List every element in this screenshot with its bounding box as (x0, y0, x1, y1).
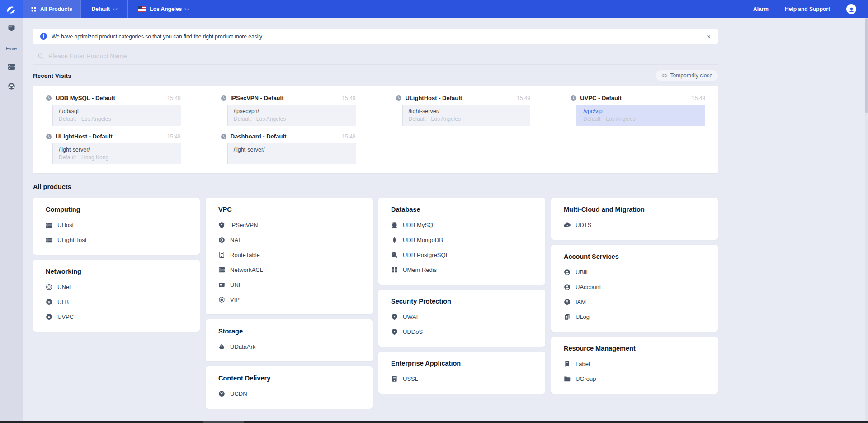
alarm-link[interactable]: Alarm (753, 6, 769, 12)
product-item[interactable]: UDDoS (391, 324, 533, 339)
close-icon[interactable]: × (707, 33, 711, 40)
product-label: ULB (57, 299, 69, 305)
product-label: ULightHost (57, 237, 86, 243)
temporarily-close-button[interactable]: Temporarily close (656, 70, 718, 81)
product-item[interactable]: UDB MongoDB (391, 233, 533, 247)
product-item[interactable]: Label (564, 356, 705, 371)
recent-visit-time: 15:49 (692, 95, 705, 101)
product-column: ComputingUHostULightHostNetworkingUNetUL… (33, 198, 200, 332)
route-table-icon (218, 252, 225, 258)
account-icon (564, 284, 571, 290)
product-item[interactable]: ULightHost (46, 233, 187, 247)
product-item[interactable]: UWAF (391, 309, 533, 324)
help-support-link[interactable]: Help and Support (785, 6, 830, 12)
recent-visit-detail[interactable]: /udb/sqlDefaultLos Angeles (52, 105, 181, 126)
nav-all-products[interactable]: All Products (23, 0, 80, 18)
search-input[interactable] (48, 52, 713, 60)
billing-icon (564, 269, 571, 276)
category-title: Database (391, 206, 533, 213)
product-label: UDataArk (230, 343, 255, 350)
product-item[interactable]: NAT (218, 233, 360, 247)
region-selector[interactable]: Los Angeles (128, 0, 198, 18)
recent-visit-card[interactable]: UVPC - Default15:49/vpc/vipDefaultLos An… (570, 95, 705, 126)
product-item[interactable]: UGroup (564, 371, 705, 386)
product-item[interactable]: UDB PostgreSQL (391, 247, 533, 262)
recent-visit-detail[interactable]: /light-server/DefaultHong Kong (52, 143, 181, 164)
product-item[interactable]: UDataArk (218, 339, 360, 354)
category-card: VPCIPSecVPNNATRouteTableNetworkACLUNIVIP (206, 198, 373, 314)
product-item[interactable]: UNI (218, 277, 360, 292)
product-item[interactable]: UAccount (564, 280, 705, 295)
vpc-cloud-icon (46, 314, 52, 320)
vip-hexagon-icon (218, 296, 225, 303)
product-item[interactable]: UCDN (218, 386, 360, 401)
category-card: Enterprise ApplicationUSSL (378, 352, 545, 394)
recent-visit-card[interactable]: ULightHost - Default15:48/light-server/D… (46, 133, 181, 164)
server-cloud-icon[interactable] (8, 63, 15, 71)
product-search[interactable] (33, 48, 718, 65)
product-label: IAM (576, 299, 586, 305)
product-label: Label (576, 361, 590, 367)
topbar: All Products Default Los Angeles Alarm H… (0, 0, 868, 18)
product-item[interactable]: IPSecVPN (218, 218, 360, 233)
recent-visit-time: 15:48 (342, 133, 355, 140)
category-card: Multi-Cloud and MigrationUDTS (551, 198, 718, 240)
info-icon (40, 33, 47, 40)
product-item[interactable]: USSL (391, 371, 533, 386)
product-item[interactable]: ULB (46, 295, 187, 309)
product-item[interactable]: RouteTable (218, 247, 360, 262)
load-balancer-icon (46, 299, 52, 305)
recent-visit-time: 15:49 (517, 95, 530, 101)
recent-visit-path: /udb/sql (59, 108, 175, 115)
product-label: IPSecVPN (230, 222, 258, 228)
user-avatar[interactable] (846, 4, 856, 14)
product-item[interactable]: UDTS (564, 218, 705, 233)
network-topology-icon[interactable] (8, 82, 15, 90)
category-title: Computing (46, 206, 187, 213)
bottom-window-edge (0, 421, 868, 423)
brand-swoosh-icon (5, 3, 17, 15)
data-ark-icon (218, 343, 225, 350)
recent-visit-card[interactable]: ULightHost - Default15:49/light-server/D… (396, 95, 531, 126)
product-column: Multi-Cloud and MigrationUDTSAccount Ser… (551, 198, 718, 394)
product-item[interactable]: UVPC (46, 309, 187, 324)
product-item[interactable]: VIP (218, 292, 360, 307)
category-title: Account Services (564, 253, 705, 260)
sidebar-item-fave[interactable]: Fave (6, 46, 17, 51)
product-label: UDTS (576, 222, 591, 228)
product-label: UDDoS (403, 328, 423, 335)
recent-visit-path[interactable]: /vpc/vip (583, 108, 700, 115)
product-label: UDB MySQL (403, 222, 436, 228)
brand-logo[interactable] (0, 0, 23, 18)
product-item[interactable]: UDB MySQL (391, 218, 533, 233)
bottom-scrollbar-thumb[interactable] (203, 421, 244, 423)
recent-visit-detail[interactable]: /ipsecvpn/DefaultLos Angeles (227, 105, 356, 126)
product-item[interactable]: NetworkACL (218, 262, 360, 277)
recent-visit-detail[interactable]: /light-server/ (227, 143, 356, 164)
scrollbar-thumb[interactable] (865, 18, 868, 113)
recent-visit-meta (234, 154, 350, 161)
recent-visit-title: ULightHost - Default (56, 133, 113, 140)
product-item[interactable]: UHost (46, 218, 187, 233)
product-item[interactable]: ULog (564, 309, 705, 324)
product-item[interactable]: UMem Redis (391, 262, 533, 277)
products-grid-icon (31, 6, 37, 12)
recent-visit-detail[interactable]: /light-server/DefaultLos Angeles (402, 105, 531, 126)
category-card: Account ServicesUBillUAccountIAMULog (551, 245, 718, 332)
recent-visit-card[interactable]: UDB MySQL - Default15:49/udb/sqlDefaultL… (46, 95, 181, 126)
recent-visit-card[interactable]: Dashboard - Default15:48/light-server/ (221, 133, 356, 164)
temporarily-close-label: Temporarily close (670, 72, 712, 79)
console-monitor-icon[interactable] (8, 24, 15, 32)
recent-visit-meta: DefaultLos Angeles (583, 115, 700, 123)
main-content: We have optimized product categories so … (23, 18, 868, 423)
product-item[interactable]: IAM (564, 295, 705, 309)
vertical-scrollbar[interactable] (865, 18, 868, 421)
product-item[interactable]: UNet (46, 280, 187, 295)
search-icon (38, 53, 44, 59)
recent-visit-detail[interactable]: /vpc/vipDefaultLos Angeles (576, 105, 705, 126)
recent-visit-card[interactable]: IPSecVPN - Default15:49/ipsecvpn/Default… (221, 95, 356, 126)
project-selector[interactable]: Default (80, 0, 128, 18)
product-label: UVPC (57, 314, 74, 320)
product-item[interactable]: UBill (564, 265, 705, 280)
product-categories: ComputingUHostULightHostNetworkingUNetUL… (33, 198, 718, 409)
